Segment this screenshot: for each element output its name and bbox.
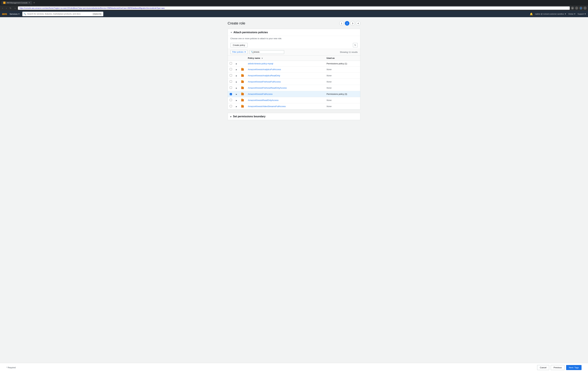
attach-permissions-subtitle: Choose one or more policies to attach to… bbox=[228, 36, 360, 42]
results-count: Showing 11 results bbox=[340, 51, 358, 53]
policy-name-link[interactable]: AmazonKinesisReadOnlyAccess bbox=[248, 99, 278, 101]
used-as-value: Permissions policy (1) bbox=[326, 62, 347, 65]
section-expand-icon: ▼ bbox=[230, 32, 232, 33]
row-checkbox-cell bbox=[228, 61, 234, 66]
row-policy-name-cell: AmazonKinesisFirehoseReadOnlyAccess bbox=[246, 85, 325, 91]
aws-logo: aws bbox=[2, 12, 7, 16]
row-used-as-cell: None bbox=[325, 85, 360, 91]
policy-name-link[interactable]: AmazonKinesisFullAccess bbox=[248, 93, 273, 95]
main-content: Create role 1 2 3 4 ▼ Attach permissions… bbox=[221, 17, 367, 370]
row-expand-icon[interactable]: ▶ bbox=[236, 81, 237, 83]
step-1[interactable]: 1 bbox=[339, 21, 344, 26]
policy-table: Policy name ▼ Used as ▶airbnb-kinesis-po… bbox=[228, 55, 360, 109]
tab-close-button[interactable]: ✕ bbox=[29, 2, 30, 4]
row-expand-icon[interactable]: ▶ bbox=[236, 93, 237, 95]
row-checkbox[interactable] bbox=[230, 80, 232, 83]
attach-permissions-title: Attach permissions policies bbox=[233, 31, 268, 34]
step-4[interactable]: 4 bbox=[356, 21, 360, 26]
row-checkbox[interactable] bbox=[230, 68, 232, 70]
policy-name-link[interactable]: AmazonKinesisFirehoseFullAccess bbox=[248, 80, 281, 83]
filter-search-icon: 🔍 bbox=[251, 51, 253, 53]
search-bar[interactable]: 🔍 [Option+S] bbox=[22, 12, 103, 16]
filter-bar: Filter policies ▼ 🔍 Showing 11 results bbox=[228, 49, 360, 55]
step-2[interactable]: 2 bbox=[345, 21, 349, 26]
home-button[interactable]: ⌂ bbox=[13, 7, 17, 10]
row-icon-cell bbox=[239, 79, 246, 85]
boundary-expand-icon: ▶ bbox=[230, 116, 232, 118]
attach-permissions-header[interactable]: ▼ Attach permissions policies bbox=[228, 29, 360, 36]
row-expand-icon[interactable]: ▶ bbox=[236, 75, 237, 77]
row-checkbox[interactable] bbox=[230, 105, 232, 107]
browser-chrome: IAM Management Console ✕ + bbox=[0, 0, 588, 6]
policy-name-link[interactable]: AmazonKinesisFirehoseReadOnlyAccess bbox=[248, 87, 287, 89]
row-icon-cell bbox=[239, 73, 246, 79]
row-checkbox[interactable] bbox=[230, 87, 232, 89]
step-3[interactable]: 3 bbox=[350, 21, 355, 26]
managed-policy-icon bbox=[241, 80, 244, 83]
row-expand-icon[interactable]: ▶ bbox=[236, 87, 237, 89]
region-menu[interactable]: Global ▼ bbox=[568, 13, 576, 15]
region-label: Global bbox=[568, 13, 573, 15]
filter-search-box[interactable]: 🔍 bbox=[250, 50, 284, 54]
row-checkbox[interactable] bbox=[230, 62, 232, 65]
policy-name-link[interactable]: airbnb-kinesis-policy-mysql bbox=[248, 62, 273, 65]
cancel-button[interactable]: Cancel bbox=[537, 365, 549, 370]
previous-button[interactable]: Previous bbox=[551, 365, 565, 370]
filter-policies-button[interactable]: Filter policies ▼ bbox=[230, 50, 248, 54]
filter-chevron-icon: ▼ bbox=[244, 51, 246, 53]
browser-tab[interactable]: IAM Management Console ✕ bbox=[1, 1, 32, 5]
support-label: Support bbox=[578, 13, 584, 15]
row-expand-icon[interactable]: ▶ bbox=[236, 106, 237, 107]
search-input[interactable] bbox=[27, 13, 91, 15]
boundary-header[interactable]: ▶ Set permissions boundary bbox=[228, 113, 360, 120]
row-checkbox-cell bbox=[228, 73, 234, 79]
bookmark-icon: ☆ bbox=[575, 7, 578, 10]
table-header-row: Policy name ▼ Used as bbox=[228, 55, 360, 61]
row-expand-cell: ▶ bbox=[234, 66, 239, 73]
create-policy-button[interactable]: Create policy bbox=[230, 43, 248, 47]
support-menu[interactable]: Support ▼ bbox=[578, 13, 586, 15]
tab-icon bbox=[3, 2, 6, 4]
notifications-icon[interactable]: 🔔 bbox=[530, 12, 533, 16]
region-chevron-icon: ▼ bbox=[574, 13, 576, 15]
row-expand-icon[interactable]: ▶ bbox=[236, 99, 237, 101]
nav-right: 🔔 nadine @ rockset-customer-sandbox ▼ Gl… bbox=[530, 12, 586, 16]
forward-button[interactable]: › bbox=[5, 7, 8, 10]
policy-name-link[interactable]: AmazonKinesisAnalyticsReadOnly bbox=[248, 74, 280, 77]
bottom-action-bar: * Required Cancel Previous Next: Tags bbox=[0, 363, 588, 370]
used-as-value: Permissions policy (3) bbox=[326, 93, 347, 95]
policy-name-link[interactable]: AmazonKinesisVideoStreamsFullAccess bbox=[248, 105, 286, 108]
address-bar[interactable]: https://console.aws.amazon.com/iam/home?… bbox=[18, 6, 570, 10]
row-expand-cell: ▶ bbox=[234, 61, 239, 66]
services-menu[interactable]: Services ▼ bbox=[10, 13, 20, 15]
row-icon-cell bbox=[239, 85, 246, 91]
row-used-as-cell: Permissions policy (1) bbox=[325, 61, 360, 66]
row-checkbox[interactable]: ✓ bbox=[230, 93, 232, 95]
table-row: ▶AmazonKinesisReadOnlyAccessNone bbox=[228, 97, 360, 103]
row-policy-name-cell: AmazonKinesisFirehoseFullAccess bbox=[246, 79, 325, 85]
policy-name-link[interactable]: AmazonKinesisAnalyticsFullAccess bbox=[248, 68, 281, 71]
boundary-title: Set permissions boundary bbox=[233, 115, 265, 118]
filter-search-input[interactable] bbox=[253, 51, 283, 53]
col-policy-name-header[interactable]: Policy name ▼ bbox=[246, 55, 325, 61]
row-expand-cell: ▶ bbox=[234, 79, 239, 85]
row-used-as-cell: None bbox=[325, 103, 360, 109]
row-expand-icon[interactable]: ▶ bbox=[236, 63, 237, 65]
row-expand-cell: ▶ bbox=[234, 97, 239, 103]
back-button[interactable]: ‹ bbox=[1, 7, 4, 10]
row-checkbox[interactable] bbox=[230, 99, 232, 101]
menu-icon[interactable]: ⋮ bbox=[583, 7, 587, 10]
reload-button[interactable]: ↻ bbox=[9, 7, 12, 10]
row-expand-icon[interactable]: ▶ bbox=[236, 69, 237, 70]
new-tab-button[interactable]: + bbox=[33, 1, 35, 4]
refresh-button[interactable]: ↻ bbox=[353, 43, 358, 47]
row-checkbox[interactable] bbox=[230, 74, 232, 77]
table-row: ✓▶AmazonKinesisFullAccessPermissions pol… bbox=[228, 91, 360, 97]
row-expand-cell: ▶ bbox=[234, 73, 239, 79]
create-role-header: Create role 1 2 3 4 bbox=[228, 21, 360, 26]
next-button[interactable]: Next: Tags bbox=[566, 365, 581, 370]
user-menu[interactable]: nadine @ rockset-customer-sandbox ▼ bbox=[535, 13, 566, 15]
browser-controls: ‹ › ↻ ⌂ https://console.aws.amazon.com/i… bbox=[0, 6, 588, 11]
row-checkbox-cell bbox=[228, 97, 234, 103]
used-as-value: None bbox=[326, 87, 332, 89]
